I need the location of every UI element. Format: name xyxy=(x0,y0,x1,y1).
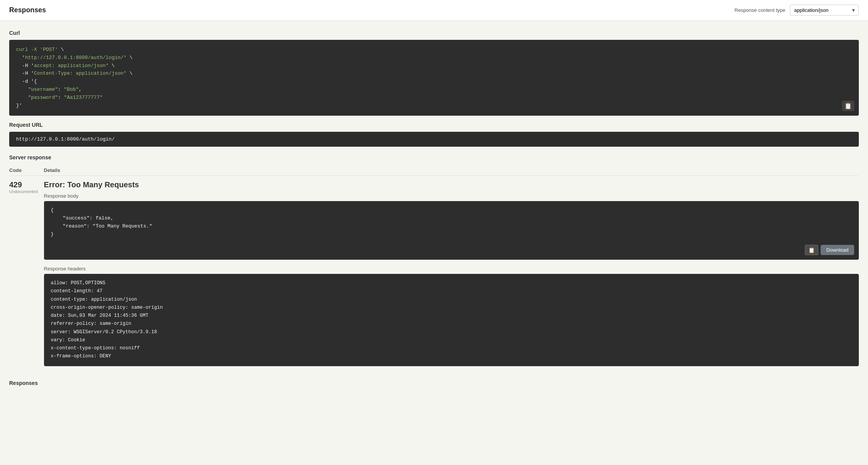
response-headers-block: allow: POST,OPTIONS content-length: 47 c… xyxy=(44,274,859,366)
bottom-responses-label: Responses xyxy=(9,380,859,386)
undocumented-badge: Undocumented xyxy=(9,189,38,194)
response-body-label: Response body xyxy=(44,193,859,199)
content-type-label: Response content type xyxy=(734,7,785,13)
page-title: Responses xyxy=(9,6,46,14)
col-code-header: Code xyxy=(9,165,44,176)
server-response-label: Server response xyxy=(9,154,859,160)
response-detail-col: Error: Too Many Requests Response body {… xyxy=(44,176,859,371)
request-url-value: http://127.0.0.1:8000/auth/login/ xyxy=(9,132,859,147)
response-headers-label: Response headers xyxy=(44,266,859,272)
error-title: Error: Too Many Requests xyxy=(44,180,859,189)
body-action-btns: 📋 Download xyxy=(805,245,854,255)
response-body-block: { "success": false, "reason": "Too Many … xyxy=(44,201,859,260)
request-url-label: Request URL xyxy=(9,122,859,128)
response-code: 429 xyxy=(9,180,38,189)
curl-copy-button[interactable]: 📋 xyxy=(842,101,854,111)
server-response-section: Server response Code Details 429 Undocum… xyxy=(9,154,859,370)
table-row: 429 Undocumented Error: Too Many Request… xyxy=(9,176,859,371)
body-copy-button[interactable]: 📋 xyxy=(805,245,818,255)
content-type-wrapper: Response content type application/json t… xyxy=(734,5,859,16)
curl-section: Curl curl -X 'POST' \ 'http://127.0.0.1:… xyxy=(9,30,859,116)
download-button[interactable]: Download xyxy=(821,245,854,255)
response-table: Code Details 429 Undocumented Error: Too… xyxy=(9,165,859,370)
curl-code-block: curl -X 'POST' \ 'http://127.0.0.1:8000/… xyxy=(9,40,859,116)
content-type-select[interactable]: application/json text/plain application/… xyxy=(790,5,859,16)
content-type-select-wrapper: application/json text/plain application/… xyxy=(790,5,859,16)
col-details-header: Details xyxy=(44,165,859,176)
curl-label: Curl xyxy=(9,30,859,36)
top-bar: Responses Response content type applicat… xyxy=(0,0,868,21)
request-url-section: Request URL http://127.0.0.1:8000/auth/l… xyxy=(9,122,859,147)
main-content: Curl curl -X 'POST' \ 'http://127.0.0.1:… xyxy=(0,21,868,401)
